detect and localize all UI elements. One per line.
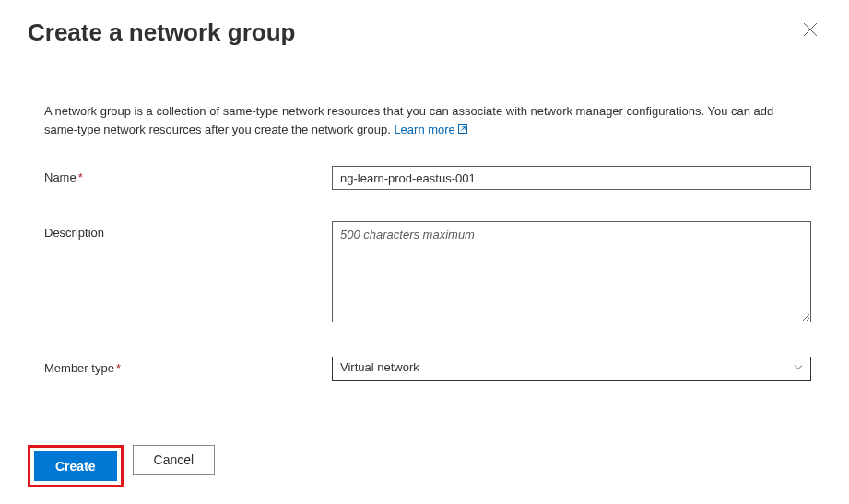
member-type-select[interactable]: Virtual network [332,357,811,381]
description-input[interactable] [332,221,811,322]
external-link-icon [455,123,468,136]
page-title: Create a network group [28,18,295,47]
required-indicator: * [78,170,83,184]
create-button[interactable]: Create [34,451,117,481]
create-button-highlight: Create [28,445,124,487]
learn-more-link[interactable]: Learn more [394,123,467,136]
required-indicator: * [116,361,121,375]
cancel-button[interactable]: Cancel [133,445,216,475]
name-label: Name* [44,166,332,184]
name-input[interactable] [332,166,811,190]
description-label: Description [44,221,332,240]
intro-text: A network group is a collection of same-… [44,102,809,138]
close-icon [803,26,818,40]
member-type-label: Member type* [44,357,332,375]
close-button[interactable] [799,18,821,43]
